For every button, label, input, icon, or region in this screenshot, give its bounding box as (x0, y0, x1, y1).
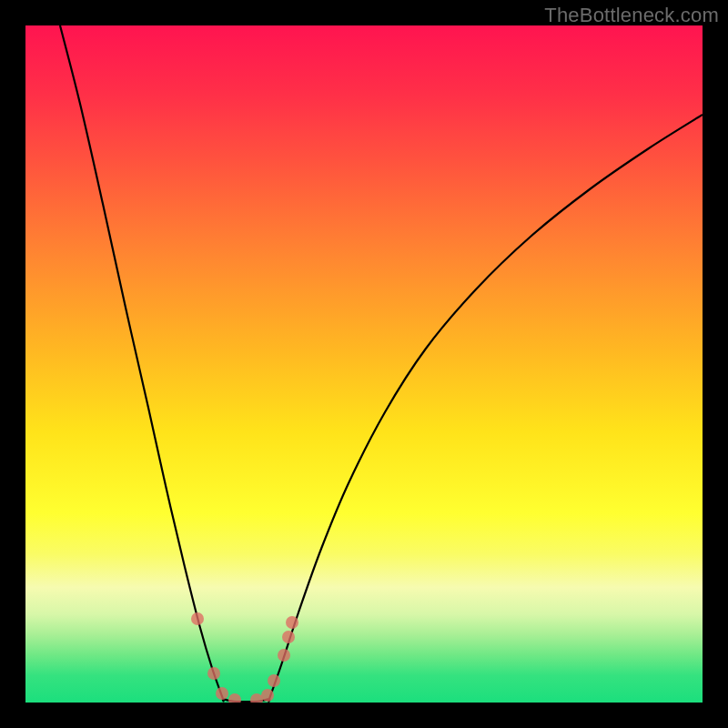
curve-marker (261, 689, 274, 702)
curve-marker (268, 674, 280, 687)
bottleneck-curve (60, 25, 703, 702)
watermark-text: TheBottleneck.com (544, 4, 719, 27)
curve-marker (278, 649, 290, 662)
chart-plot-area (25, 25, 703, 703)
curve-marker (191, 612, 204, 625)
curve-marker (228, 693, 241, 703)
curve-markers (191, 612, 298, 703)
curve-svg (25, 25, 703, 703)
curve-marker (250, 693, 263, 703)
curve-marker (216, 687, 228, 700)
curve-marker (207, 667, 220, 680)
curve-marker (286, 616, 298, 629)
curve-marker (282, 631, 295, 643)
